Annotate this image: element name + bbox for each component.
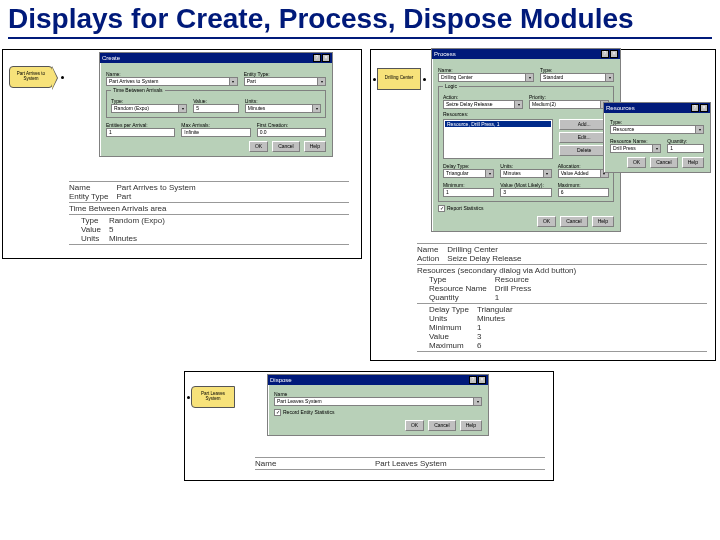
close-icon[interactable]: × xyxy=(700,104,708,112)
resources-list[interactable]: Resource, Drill Press, 1 xyxy=(443,119,553,159)
process-dialog: Process ? × Name: Drilling Center▾ Type:… xyxy=(431,48,621,232)
close-icon[interactable]: × xyxy=(322,54,330,62)
dropdown-icon[interactable]: ▾ xyxy=(544,169,552,178)
help-button[interactable]: Help xyxy=(304,141,326,152)
tba-units-input[interactable]: Minutes xyxy=(245,104,313,113)
checkbox-icon: ✓ xyxy=(438,205,445,212)
process-panel: Drilling Center Process ? × Name: Drilli… xyxy=(370,49,716,361)
create-entity-type-input[interactable]: Part xyxy=(244,77,318,86)
process-dialog-title: Process xyxy=(434,51,456,57)
dropdown-icon[interactable]: ▾ xyxy=(318,77,326,86)
action-input[interactable]: Seize Delay Release xyxy=(443,100,515,109)
ok-button[interactable]: OK xyxy=(405,420,424,431)
tba-type-input[interactable]: Random (Expo) xyxy=(111,104,179,113)
res-qty-input[interactable]: 1 xyxy=(667,144,704,153)
resource-list-item[interactable]: Resource, Drill Press, 1 xyxy=(445,121,551,127)
report-stats-checkbox[interactable]: ✓Report Statistics xyxy=(438,205,614,212)
info-row: Value3 xyxy=(429,332,521,341)
connector-dot xyxy=(187,396,190,399)
create-panel: Part Arrives to System Create ? × Name: … xyxy=(2,49,362,259)
tba-info-header: Time Between Arrivals area xyxy=(69,204,349,213)
create-dialog: Create ? × Name: Part Arrives to System▾… xyxy=(99,52,333,157)
dropdown-icon[interactable]: ▾ xyxy=(179,104,187,113)
proc-type-input[interactable]: Standard xyxy=(540,73,606,82)
record-stats-checkbox[interactable]: ✓Record Entity Statistics xyxy=(274,409,482,416)
dispose-dialog: Dispose ? × Name Part Leaves System▾ ✓Re… xyxy=(267,374,489,436)
info-row: TypeRandom (Expo) xyxy=(81,216,173,225)
logic-group: Logic Action: Seize Delay Release▾ Prior… xyxy=(438,86,614,202)
ok-button[interactable]: OK xyxy=(627,157,646,168)
tba-group-title: Time Between Arrivals xyxy=(111,87,165,93)
info-row: Quantity1 xyxy=(429,293,539,302)
ok-button[interactable]: OK xyxy=(537,216,556,227)
process-info-table: NameDrilling Center ActionSeize Delay Re… xyxy=(417,242,707,353)
info-row: Maximum6 xyxy=(429,341,521,350)
create-dialog-titlebar: Create ? × xyxy=(100,53,332,63)
help-icon[interactable]: ? xyxy=(601,50,609,58)
alloc-input[interactable]: Value Added xyxy=(558,169,601,178)
dropdown-icon[interactable]: ▾ xyxy=(486,169,494,178)
help-button[interactable]: Help xyxy=(682,157,704,168)
record-stats-label: Record Entity Statistics xyxy=(283,409,334,415)
edit-button[interactable]: Edit... xyxy=(559,132,609,143)
title-underline xyxy=(8,37,712,39)
eba-input[interactable]: 1 xyxy=(106,128,175,137)
dispose-module-label: Part Leaves System xyxy=(194,392,232,402)
delete-button[interactable]: Delete xyxy=(559,145,609,156)
dropdown-icon[interactable]: ▾ xyxy=(653,144,661,153)
info-row: NameDrilling Center xyxy=(417,245,530,254)
cancel-button[interactable]: Cancel xyxy=(428,420,456,431)
max-input[interactable]: Infinite xyxy=(181,128,250,137)
add-button[interactable]: Add... xyxy=(559,119,609,130)
info-row: TypeResource xyxy=(429,275,539,284)
dropdown-icon[interactable]: ▾ xyxy=(230,77,238,86)
cancel-button[interactable]: Cancel xyxy=(560,216,588,227)
chevron-icon xyxy=(52,67,57,89)
connector-dot xyxy=(61,76,64,79)
cancel-button[interactable]: Cancel xyxy=(650,157,678,168)
report-stats-label: Report Statistics xyxy=(447,205,483,211)
cancel-button[interactable]: Cancel xyxy=(272,141,300,152)
process-module-label: Drilling Center xyxy=(385,76,414,81)
delay-type-input[interactable]: Triangular xyxy=(443,169,486,178)
dispose-panel: Part Leaves System Dispose ? × Name Part… xyxy=(184,371,554,481)
res-name-input[interactable]: Drill Press xyxy=(610,144,653,153)
resources-dialog-title: Resources xyxy=(606,105,635,111)
help-icon[interactable]: ? xyxy=(691,104,699,112)
dropdown-icon[interactable]: ▾ xyxy=(696,125,704,134)
connector-dot xyxy=(373,78,376,81)
dropdown-icon[interactable]: ▾ xyxy=(606,73,614,82)
dispose-module-shape: Part Leaves System xyxy=(191,386,235,408)
help-icon[interactable]: ? xyxy=(469,376,477,384)
help-button[interactable]: Help xyxy=(592,216,614,227)
help-button[interactable]: Help xyxy=(460,420,482,431)
proc-units-input[interactable]: Minutes xyxy=(500,169,543,178)
info-row: UnitsMinutes xyxy=(81,234,173,243)
help-icon[interactable]: ? xyxy=(313,54,321,62)
create-name-input[interactable]: Part Arrives to System xyxy=(106,77,230,86)
info-row: Value5 xyxy=(81,225,173,234)
priority-input[interactable]: Medium(2) xyxy=(529,100,601,109)
maxv-input[interactable]: 6 xyxy=(558,188,609,197)
first-input[interactable]: 0.0 xyxy=(257,128,326,137)
val-input[interactable]: 3 xyxy=(500,188,551,197)
close-icon[interactable]: × xyxy=(610,50,618,58)
proc-name-input[interactable]: Drilling Center xyxy=(438,73,526,82)
tba-value-input[interactable]: 5 xyxy=(193,104,239,113)
dropdown-icon[interactable]: ▾ xyxy=(515,100,523,109)
disp-name-input[interactable]: Part Leaves System xyxy=(274,397,474,406)
process-dialog-titlebar: Process ? × xyxy=(432,49,620,59)
resources-label: Resources: xyxy=(443,111,609,117)
close-icon[interactable]: × xyxy=(478,376,486,384)
dispose-info-table: NamePart Leaves System xyxy=(255,456,545,471)
page-title: Displays for Create, Process, Dispose Mo… xyxy=(0,0,720,37)
info-row: NamePart Arrives to System xyxy=(69,183,204,192)
dropdown-icon[interactable]: ▾ xyxy=(526,73,534,82)
dropdown-icon[interactable]: ▾ xyxy=(474,397,482,406)
res-type-input[interactable]: Resource xyxy=(610,125,696,134)
info-row: UnitsMinutes xyxy=(429,314,521,323)
ok-button[interactable]: OK xyxy=(249,141,268,152)
dropdown-icon[interactable]: ▾ xyxy=(313,104,321,113)
min-input[interactable]: 1 xyxy=(443,188,494,197)
resources-dialog-titlebar: Resources ? × xyxy=(604,103,710,113)
